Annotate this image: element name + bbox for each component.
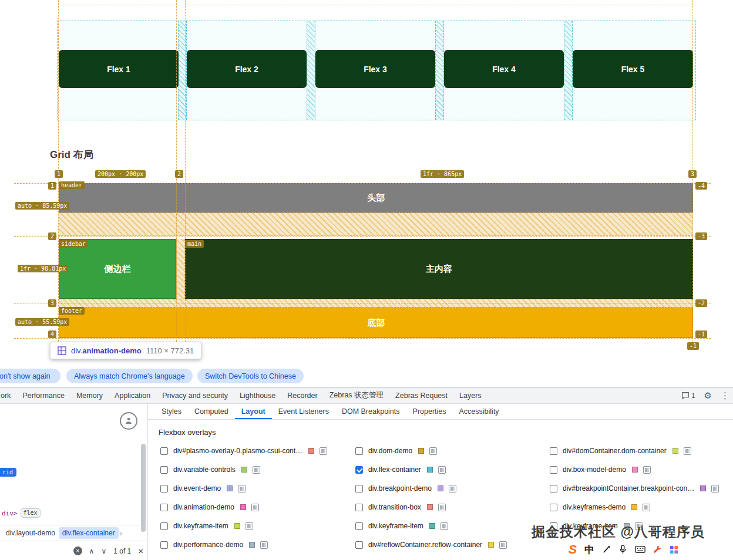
grid-neg-row-line-label: -4 xyxy=(695,182,707,190)
tab-privacy-security[interactable]: Privacy and security xyxy=(156,392,234,400)
overlay-toggle-icon[interactable] xyxy=(260,541,268,549)
overlay-label: div#reflowContainer.reflow-container xyxy=(368,541,482,549)
overlay-checkbox[interactable] xyxy=(355,504,363,511)
color-swatch xyxy=(488,542,494,548)
overlay-toggle-icon[interactable] xyxy=(684,447,691,455)
tab-styles[interactable]: Styles xyxy=(155,404,188,419)
grid-line-vertical xyxy=(185,0,186,348)
flex-badge[interactable]: flex xyxy=(21,508,41,518)
color-swatch xyxy=(418,448,424,454)
overlay-row: div#reflowContainer.reflow-container xyxy=(355,535,507,554)
find-previous-icon[interactable]: ∧ xyxy=(89,547,95,555)
switch-devtools-chinese-button[interactable]: Switch DevTools to Chinese xyxy=(197,369,304,383)
overlay-row: div#breakpointContainer.breakpoint-con… xyxy=(550,479,719,498)
overlay-toggle-icon[interactable] xyxy=(643,466,651,474)
dom-tree-scrollbar[interactable] xyxy=(141,444,146,532)
overlay-toggle-icon[interactable] xyxy=(429,447,437,455)
pen-icon[interactable] xyxy=(602,545,611,554)
find-next-icon[interactable]: ∨ xyxy=(101,547,106,555)
overlay-toggle-icon[interactable] xyxy=(643,504,650,511)
tab-layout[interactable]: Layout xyxy=(235,404,272,419)
grid-area-footer: 底部 xyxy=(59,308,693,338)
tab-recorder[interactable]: Recorder xyxy=(281,392,323,400)
overlay-row: div#domContainer.dom-container xyxy=(550,441,719,460)
breadcrumb-item-flex-container[interactable]: div.flex-container xyxy=(59,527,119,539)
overlay-column-2: div.dom-demo div.flex-container div.brea… xyxy=(355,441,507,554)
tab-zebras-request[interactable]: Zebras Request xyxy=(389,392,453,400)
breadcrumb-overflow-chevron[interactable]: › xyxy=(120,529,122,538)
tab-network[interactable]: ork xyxy=(0,392,16,400)
overlay-toggle-icon[interactable] xyxy=(238,485,246,492)
tab-event-listeners[interactable]: Event Listeners xyxy=(272,404,335,419)
color-swatch xyxy=(429,523,435,529)
overlay-checkbox[interactable] xyxy=(160,466,168,474)
tab-zebras-state[interactable]: Zebras 状态管理 xyxy=(324,390,389,400)
tab-application[interactable]: Application xyxy=(109,392,156,400)
find-input[interactable] xyxy=(5,547,66,555)
overlay-label: div.transition-box xyxy=(368,503,421,511)
color-swatch xyxy=(427,467,433,473)
overlay-label: div.keyframe-item xyxy=(368,522,423,530)
overlay-checkbox[interactable] xyxy=(355,485,363,492)
overlay-toggle-icon[interactable] xyxy=(320,447,327,455)
toolbox-grid-icon[interactable] xyxy=(670,545,678,554)
overlay-toggle-icon[interactable] xyxy=(499,541,507,549)
overlay-checkbox[interactable] xyxy=(160,504,168,511)
overlay-checkbox[interactable] xyxy=(355,447,363,455)
dom-tree-node[interactable]: div> flex xyxy=(2,508,41,518)
overlay-checkbox[interactable] xyxy=(550,504,557,511)
color-swatch xyxy=(308,448,314,454)
settings-gear-icon[interactable]: ⚙ xyxy=(704,390,712,401)
match-language-button[interactable]: Always match Chrome's language xyxy=(66,369,193,383)
person-icon xyxy=(124,416,133,426)
sogou-logo-icon[interactable]: S xyxy=(569,542,577,556)
grid-gap-hatch xyxy=(176,239,185,299)
overlay-checkbox[interactable] xyxy=(550,466,557,474)
tab-memory[interactable]: Memory xyxy=(70,392,109,400)
overlay-toggle-icon[interactable] xyxy=(449,485,456,492)
microphone-icon[interactable] xyxy=(618,545,627,554)
tab-accessibility[interactable]: Accessibility xyxy=(453,404,506,419)
clear-search-icon[interactable]: × xyxy=(73,546,82,555)
overlay-toggle-icon[interactable] xyxy=(438,504,446,511)
overlay-row: div.keyframe-item xyxy=(160,517,327,535)
skin-wrench-icon[interactable] xyxy=(653,545,662,554)
overlay-checkbox[interactable] xyxy=(160,522,168,530)
keyboard-icon[interactable] xyxy=(635,545,645,554)
overlay-checkbox[interactable] xyxy=(160,485,168,492)
tab-dom-breakpoints[interactable]: DOM Breakpoints xyxy=(335,404,406,419)
overlay-toggle-icon[interactable] xyxy=(251,504,259,511)
overlay-row: div.dom-demo xyxy=(355,441,507,460)
tab-computed[interactable]: Computed xyxy=(188,404,235,419)
overlay-checkbox[interactable] xyxy=(355,522,363,530)
overlay-checkbox[interactable] xyxy=(550,485,557,492)
breadcrumb-item-layout-demo[interactable]: div.layout-demo xyxy=(4,527,58,539)
grid-row-line-label: 2 xyxy=(48,232,56,240)
accessibility-person-button[interactable] xyxy=(120,412,137,430)
overlay-checkbox[interactable] xyxy=(160,541,168,549)
overlay-checkbox[interactable] xyxy=(355,541,363,549)
feedback-button[interactable]: 1 xyxy=(681,392,695,400)
overlay-checkbox[interactable] xyxy=(160,447,168,455)
dom-tag-text: div> xyxy=(2,510,18,517)
overlay-toggle-icon[interactable] xyxy=(711,485,719,492)
overlay-label: div.variable-controls xyxy=(173,465,236,474)
tab-performance[interactable]: Performance xyxy=(16,392,70,400)
overlay-label: div.keyframe-item xyxy=(173,522,228,530)
overlay-checkbox[interactable] xyxy=(550,447,557,455)
chinese-mode-icon[interactable]: 中 xyxy=(584,543,594,556)
overlay-label: div.box-model-demo xyxy=(563,465,626,474)
tab-layers[interactable]: Layers xyxy=(453,392,487,400)
overlay-checkbox[interactable] xyxy=(355,466,363,474)
tab-lighthouse[interactable]: Lighthouse xyxy=(234,392,281,400)
overlay-toggle-icon[interactable] xyxy=(246,522,253,530)
overlay-toggle-icon[interactable] xyxy=(441,522,448,530)
grid-badge[interactable]: rid xyxy=(0,468,16,477)
tab-properties[interactable]: Properties xyxy=(406,404,453,419)
flex-item-1: Flex 1 xyxy=(59,50,179,88)
close-find-icon[interactable]: × xyxy=(138,546,143,556)
dismiss-language-button[interactable]: on't show again xyxy=(0,369,60,383)
overlay-toggle-icon[interactable] xyxy=(253,466,260,474)
more-options-icon[interactable]: ⋮ xyxy=(721,390,729,401)
overlay-toggle-icon[interactable] xyxy=(438,466,446,474)
